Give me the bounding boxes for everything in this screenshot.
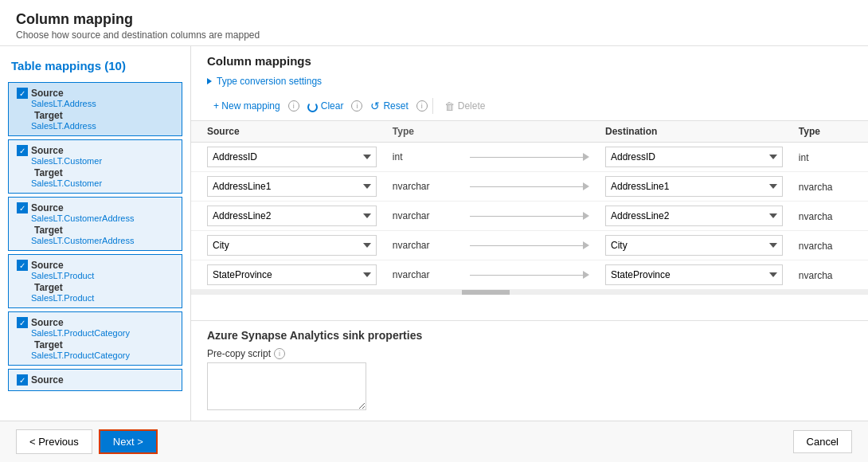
page-title: Column mapping [16,11,852,28]
table-mapping-item-6[interactable]: Source [8,369,182,391]
dest-type-header: Type [791,121,868,143]
clear-label: Clear [321,100,344,112]
table-mapping-item-4[interactable]: Source SalesLT.Product Target SalesLT.Pr… [8,254,182,308]
page-header: Column mapping Choose how source and des… [0,0,868,46]
arrow-3 [470,241,589,249]
source-value-3: SalesLT.CustomerAddress [31,213,174,223]
target-value-4: SalesLT.Product [31,293,174,303]
source-label-2: Source [31,145,64,156]
source-label-4: Source [31,260,64,271]
chevron-right-icon [207,78,212,84]
type-header: Type [385,121,462,143]
new-mapping-button[interactable]: + New mapping [207,97,287,115]
target-label-4: Target [34,282,63,293]
toolbar: + New mapping i Clear i ↺ Reset i 🗑 Dele… [191,92,868,121]
dest-select-2[interactable]: AddressLine2 [605,206,783,226]
table-row: AddressLine2 nvarchar AddressLine2 nvarc… [191,202,868,231]
source-value-5: SalesLT.ProductCategory [31,328,174,338]
arrow-header [462,121,597,143]
source-select-4[interactable]: StateProvince [207,264,377,285]
delete-label: Delete [458,100,486,112]
dest-type-2: nvarcha [799,211,833,222]
new-mapping-info-icon[interactable]: i [288,100,299,112]
dest-select-4[interactable]: StateProvince [605,264,783,285]
target-label-5: Target [34,339,63,350]
target-value-5: SalesLT.ProductCategory [31,350,174,360]
source-label-6: Source [31,374,64,386]
checkbox-icon-5 [17,317,28,328]
cancel-button[interactable]: Cancel [793,430,852,453]
delete-button[interactable]: 🗑 Delete [438,97,492,116]
source-type-4: nvarchar [393,269,430,280]
page-subtitle: Choose how source and destination column… [16,29,852,41]
source-value-2: SalesLT.Customer [31,156,174,166]
clear-button[interactable]: Clear [301,97,350,115]
source-select-0[interactable]: AddressID [207,147,377,167]
source-type-1: nvarchar [393,181,430,192]
checkbox-icon-3 [17,202,28,213]
pre-copy-label: Pre-copy script i [207,348,852,359]
source-label-5: Source [31,317,64,328]
source-select-2[interactable]: AddressLine2 [207,206,377,226]
mapping-table-area: Source Type Destination Type AddressID i [191,121,868,320]
clear-info-icon[interactable]: i [351,100,362,112]
reset-info-icon[interactable]: i [416,100,428,112]
dest-type-3: nvarcha [799,241,833,252]
source-label-3: Source [31,202,64,213]
next-button[interactable]: Next > [99,429,158,454]
arrow-1 [470,182,589,190]
source-value-4: SalesLT.Product [31,271,174,280]
source-type-3: nvarchar [393,240,430,251]
dest-type-1: nvarcha [799,182,833,193]
reset-button[interactable]: ↺ Reset [364,96,414,116]
new-mapping-label: + New mapping [213,100,280,112]
target-label-2: Target [34,167,63,178]
sidebar-title: Table mappings (10) [0,54,190,79]
target-label-3: Target [34,225,63,236]
dest-type-0: int [799,152,809,163]
footer-left: < Previous Next > [16,429,158,454]
source-select-1[interactable]: AddressLine1 [207,176,377,197]
checkbox-icon-4 [17,260,28,271]
pre-copy-textarea[interactable] [207,362,366,410]
source-select-3[interactable]: City [207,235,377,256]
table-mapping-item-1[interactable]: Source SalesLT.Address Target SalesLT.Ad… [8,82,182,136]
table-mapping-item-5[interactable]: Source SalesLT.ProductCategory Target Sa… [8,311,182,366]
sidebar: Table mappings (10) Source SalesLT.Addre… [0,46,191,421]
table-mapping-item-3[interactable]: Source SalesLT.CustomerAddress Target Sa… [8,197,182,251]
dest-select-0[interactable]: AddressID [605,147,783,167]
target-value-3: SalesLT.CustomerAddress [31,236,174,245]
delete-icon: 🗑 [444,100,455,112]
arrow-head-2 [583,212,589,220]
reset-label: Reset [383,100,408,112]
table-row: StateProvince nvarchar StateProvince nva… [191,260,868,290]
sink-title: Azure Synapse Analytics sink properties [207,329,852,342]
reset-icon: ↺ [370,100,380,112]
source-header: Source [191,121,385,143]
arrow-head-3 [583,241,589,249]
source-label-1: Source [31,88,64,99]
arrow-head-0 [583,153,589,161]
table-row: City nvarchar City nvarcha [191,231,868,260]
scrollbar-thumb[interactable] [462,290,510,295]
target-label-1: Target [34,110,63,121]
column-mappings-header: Column mappings [191,54,868,72]
arrow-0 [470,153,589,161]
right-panel: Column mappings Type conversion settings… [191,46,868,421]
type-conversion-row[interactable]: Type conversion settings [191,72,868,92]
type-conversion-label: Type conversion settings [217,76,322,87]
dest-select-3[interactable]: City [605,235,783,256]
clear-icon [307,102,318,112]
source-value-1: SalesLT.Address [31,99,174,108]
previous-button[interactable]: < Previous [16,429,92,454]
content-area: Table mappings (10) Source SalesLT.Addre… [0,46,868,421]
checkbox-icon-1 [17,88,28,99]
horizontal-scrollbar[interactable] [191,290,868,295]
table-mapping-item-2[interactable]: Source SalesLT.Customer Target SalesLT.C… [8,139,182,194]
pre-copy-info-icon[interactable]: i [274,348,285,359]
target-value-2: SalesLT.Customer [31,178,174,188]
arrow-head-4 [583,271,589,279]
sink-section: Azure Synapse Analytics sink properties … [191,320,868,421]
dest-select-1[interactable]: AddressLine1 [605,176,783,197]
arrow-head-1 [583,182,589,190]
